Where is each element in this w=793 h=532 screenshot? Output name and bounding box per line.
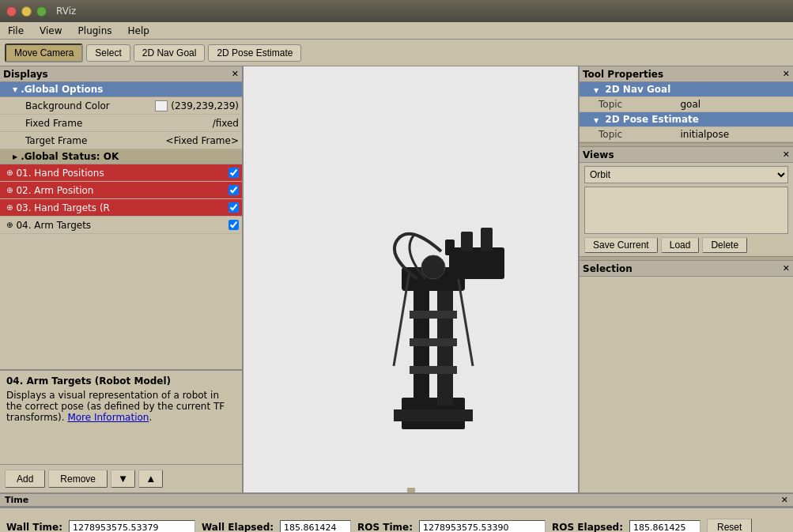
toolbar: Move Camera Select 2D Nav Goal 2D Pose E… bbox=[0, 40, 793, 66]
global-options-triangle: ▼ bbox=[13, 86, 17, 93]
background-color-row: Background Color (239,239,239) bbox=[0, 97, 242, 115]
menu-file[interactable]: File bbox=[0, 24, 32, 38]
displays-close-icon[interactable]: ✕ bbox=[232, 69, 239, 79]
display-02-checkbox[interactable] bbox=[228, 185, 239, 195]
pose-est-topic-key: Topic bbox=[580, 127, 675, 142]
window-title: RViz bbox=[56, 6, 76, 17]
views-close-icon[interactable]: ✕ bbox=[783, 149, 790, 160]
selection-title: Selection bbox=[583, 263, 633, 274]
viewport-divider[interactable] bbox=[407, 488, 415, 492]
3d-viewport[interactable] bbox=[244, 66, 580, 492]
svg-point-8 bbox=[421, 255, 445, 279]
target-frame-label: Target Frame bbox=[25, 135, 166, 146]
menu-view[interactable]: View bbox=[32, 24, 70, 38]
display-item-03: ⊕ 03. Hand Targets (R bbox=[0, 199, 242, 217]
ros-elapsed-label: ROS Elapsed: bbox=[552, 522, 623, 532]
expand-04-icon[interactable]: ⊕ bbox=[6, 221, 13, 229]
save-current-button[interactable]: Save Current bbox=[584, 237, 658, 253]
add-button[interactable]: Add bbox=[5, 470, 45, 488]
display-03-checkbox[interactable] bbox=[228, 202, 239, 213]
display-04-checkbox[interactable] bbox=[228, 220, 239, 230]
menubar: File View Plugins Help bbox=[0, 22, 793, 40]
selection-close-icon[interactable]: ✕ bbox=[783, 263, 790, 274]
ros-time-label: ROS Time: bbox=[357, 522, 413, 532]
displays-panel: Displays ✕ ▼ .Global Options Background … bbox=[0, 66, 244, 492]
pose-est-topic-value[interactable]: initialpose bbox=[675, 127, 793, 142]
svg-rect-6 bbox=[410, 366, 457, 374]
nav-goal-label: 2D Nav Goal bbox=[605, 84, 670, 95]
display-01-label: 01. Hand Positions bbox=[16, 168, 225, 179]
wall-elapsed-label: Wall Elapsed: bbox=[202, 522, 274, 532]
views-type-dropdown[interactable]: Orbit TopDownOrtho XYOrbit FPS bbox=[584, 166, 788, 183]
display-03-label: 03. Hand Targets (R bbox=[16, 202, 225, 213]
global-status-header[interactable]: ▶ .Global Status: OK bbox=[0, 149, 242, 164]
tool-properties-title: Tool Properties bbox=[583, 69, 663, 80]
displays-panel-header: Displays ✕ bbox=[0, 66, 242, 82]
svg-rect-12 bbox=[461, 232, 473, 251]
views-panel: Views ✕ Orbit TopDownOrtho XYOrbit FPS S… bbox=[580, 147, 793, 256]
tool-properties-table: ▼ 2D Nav Goal Topic goal ▼ 2D Pose Estim… bbox=[580, 82, 793, 142]
menu-help[interactable]: Help bbox=[120, 24, 157, 38]
down-button[interactable]: ▼ bbox=[111, 470, 135, 488]
statusbar: Wall Time: 1278953575.53379 Wall Elapsed… bbox=[0, 507, 793, 532]
display-item-02: ⊕ 02. Arm Position bbox=[0, 182, 242, 199]
ros-elapsed-value: 185.861425 bbox=[629, 520, 700, 533]
tool-properties-close-icon[interactable]: ✕ bbox=[783, 69, 790, 79]
expand-03-icon[interactable]: ⊕ bbox=[6, 203, 13, 212]
selection-panel: Selection ✕ bbox=[580, 261, 793, 492]
statusbar-wrapper: Time ✕ Wall Time: 1278953575.53379 Wall … bbox=[0, 492, 793, 532]
views-title: Views bbox=[583, 149, 614, 160]
expand-02-icon[interactable]: ⊕ bbox=[6, 186, 13, 194]
selection-panel-header: Selection ✕ bbox=[580, 261, 793, 277]
svg-rect-13 bbox=[481, 228, 493, 251]
reset-button[interactable]: Reset bbox=[707, 519, 752, 532]
pose-est-triangle: ▼ bbox=[594, 117, 599, 124]
global-status-label: .Global Status: OK bbox=[21, 151, 119, 162]
display-item-01: ⊕ 01. Hand Positions bbox=[0, 164, 242, 182]
display-02-label: 02. Arm Position bbox=[16, 185, 225, 196]
description-period: . bbox=[149, 412, 152, 423]
minimize-button[interactable] bbox=[21, 6, 32, 17]
global-options-header[interactable]: ▼ .Global Options bbox=[0, 82, 242, 97]
maximize-button[interactable] bbox=[36, 6, 47, 17]
more-information-link[interactable]: More Information bbox=[67, 412, 149, 423]
ros-time-value: 1278953575.53390 bbox=[419, 520, 546, 533]
target-frame-value[interactable]: <Fixed Frame> bbox=[166, 135, 239, 146]
nav-goal-topic-key: Topic bbox=[580, 97, 675, 112]
menu-plugins[interactable]: Plugins bbox=[70, 24, 120, 38]
delete-button[interactable]: Delete bbox=[702, 237, 747, 253]
fixed-frame-value[interactable]: /fixed bbox=[213, 118, 239, 129]
close-button[interactable] bbox=[6, 6, 17, 17]
background-color-value: (239,239,239) bbox=[171, 100, 239, 111]
load-button[interactable]: Load bbox=[661, 237, 700, 253]
svg-rect-1 bbox=[394, 409, 473, 421]
robot-arm-visual bbox=[323, 208, 544, 445]
views-panel-header: Views ✕ bbox=[580, 147, 793, 163]
time-panel-close-icon[interactable]: ✕ bbox=[781, 495, 788, 505]
2d-pose-estimate-button[interactable]: 2D Pose Estimate bbox=[208, 44, 301, 62]
display-buttons: Add Remove ▼ ▲ bbox=[0, 464, 242, 492]
background-color-label: Background Color bbox=[25, 100, 155, 111]
tool-properties-header: Tool Properties ✕ bbox=[580, 66, 793, 82]
titlebar: RViz bbox=[0, 0, 793, 22]
tool-properties-panel: Tool Properties ✕ ▼ 2D Nav Goal Topic go… bbox=[580, 66, 793, 142]
nav-goal-triangle: ▼ bbox=[594, 87, 599, 94]
color-swatch-icon[interactable] bbox=[155, 100, 168, 111]
up-button[interactable]: ▲ bbox=[138, 470, 163, 488]
2d-nav-goal-button[interactable]: 2D Nav Goal bbox=[134, 44, 206, 62]
select-button[interactable]: Select bbox=[86, 44, 130, 62]
nav-goal-topic-value[interactable]: goal bbox=[675, 97, 793, 112]
fixed-frame-label: Fixed Frame bbox=[25, 118, 213, 129]
expand-01-icon[interactable]: ⊕ bbox=[6, 168, 13, 177]
move-camera-button[interactable]: Move Camera bbox=[5, 43, 83, 62]
2d-nav-goal-section: ▼ 2D Nav Goal bbox=[580, 82, 793, 97]
wall-time-value: 1278953575.53379 bbox=[69, 520, 195, 533]
target-frame-row: Target Frame <Fixed Frame> bbox=[0, 132, 242, 149]
pose-est-topic-row: Topic initialpose bbox=[580, 127, 793, 142]
remove-button[interactable]: Remove bbox=[48, 470, 108, 488]
nav-goal-topic-row: Topic goal bbox=[580, 97, 793, 112]
svg-rect-4 bbox=[410, 311, 457, 319]
display-item-04: ⊕ 04. Arm Targets bbox=[0, 217, 242, 234]
global-options-label: .Global Options bbox=[21, 84, 103, 95]
display-01-checkbox[interactable] bbox=[228, 168, 239, 178]
